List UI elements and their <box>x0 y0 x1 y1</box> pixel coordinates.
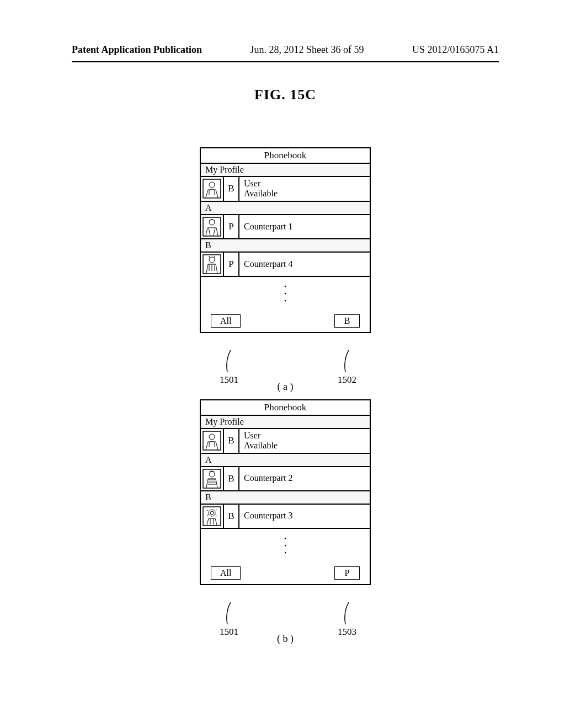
header-left: Patent Application Publication <box>72 44 202 56</box>
reference-callout: 1502 <box>338 350 356 386</box>
contact-name: Counterpart 1 <box>244 222 365 232</box>
reference-callout: 1501 <box>220 602 238 638</box>
all-button[interactable]: All <box>211 566 241 580</box>
page-header: Patent Application Publication Jun. 28, … <box>72 44 499 59</box>
status-badge: B <box>224 467 239 490</box>
contact-name: Counterpart 4 <box>244 259 365 269</box>
phonebook-screen-a: Phonebook My Profile B User Available A <box>200 147 371 333</box>
list-item[interactable]: P Counterpart 1 <box>201 215 370 239</box>
avatar <box>201 467 224 490</box>
filter-button[interactable]: B <box>334 314 360 328</box>
figure-title: FIG. 15C <box>72 87 499 103</box>
reference-callout: 1501 <box>220 350 238 386</box>
svg-rect-2 <box>203 217 221 236</box>
section-my-profile: My Profile <box>201 164 370 177</box>
phonebook-screen-b: Phonebook My Profile B User Available A <box>200 399 371 585</box>
all-button[interactable]: All <box>211 314 241 328</box>
avatar <box>201 253 224 276</box>
header-mid: Jun. 28, 2012 Sheet 36 of 59 <box>250 44 364 56</box>
status-badge: B <box>224 505 239 528</box>
svg-point-9 <box>209 472 215 477</box>
subfigure-label: ( b ) <box>200 633 371 645</box>
subfigure-label: ( a ) <box>200 381 371 393</box>
svg-point-7 <box>209 434 215 440</box>
list-item[interactable]: B User Available <box>201 429 370 454</box>
section-letter: B <box>201 239 370 253</box>
filter-button[interactable]: P <box>334 566 360 580</box>
section-letter: A <box>201 454 370 467</box>
list-item[interactable]: B User Available <box>201 177 370 202</box>
section-my-profile: My Profile <box>201 416 370 429</box>
contact-name: User <box>244 431 365 441</box>
reference-callout: 1503 <box>338 602 356 638</box>
list-item[interactable]: P Counterpart 4 <box>201 253 370 277</box>
svg-point-5 <box>209 257 215 263</box>
list-item[interactable]: B Counterpart 3 <box>201 505 370 529</box>
contact-status: Available <box>244 441 365 451</box>
status-badge: B <box>224 177 239 201</box>
svg-point-11 <box>209 510 215 516</box>
avatar <box>201 505 224 528</box>
section-letter: B <box>201 491 370 505</box>
header-rule <box>72 61 499 62</box>
avatar <box>201 177 224 201</box>
contact-status: Available <box>244 189 365 199</box>
list-item[interactable]: B Counterpart 2 <box>201 467 370 491</box>
status-badge: B <box>224 429 239 453</box>
contact-name: Counterpart 3 <box>244 511 365 521</box>
vertical-ellipsis-icon: ••• <box>201 277 370 311</box>
section-letter: A <box>201 202 370 215</box>
svg-point-1 <box>209 182 215 188</box>
window-title: Phonebook <box>201 400 370 416</box>
svg-point-12 <box>210 511 214 515</box>
status-badge: P <box>224 215 239 238</box>
status-badge: P <box>224 253 239 276</box>
contact-name: User <box>244 179 365 189</box>
avatar <box>201 429 224 453</box>
contact-name: Counterpart 2 <box>244 473 365 483</box>
header-right: US 2012/0165075 A1 <box>412 44 499 56</box>
vertical-ellipsis-icon: ••• <box>201 529 370 563</box>
avatar <box>201 215 224 238</box>
window-title: Phonebook <box>201 148 370 164</box>
